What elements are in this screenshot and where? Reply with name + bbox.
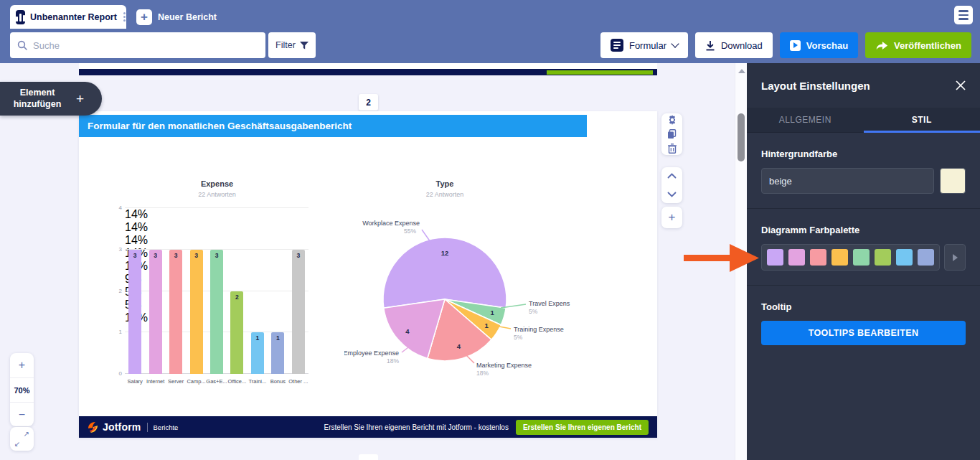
bar[interactable]: 3 [169,250,182,374]
move-down-icon[interactable] [661,187,682,202]
bar[interactable]: 1 [271,332,284,374]
add-element-button[interactable]: Element hinzufügen + [0,82,102,116]
plus-icon: + [76,91,84,107]
footer-cta-button[interactable]: Erstellen Sie Ihren eigenen Bericht [516,420,649,435]
bar-value-label: 3 [292,252,305,259]
y-axis-tick: 0 [109,370,122,377]
tab-neuer-bericht[interactable]: + Neuer Bericht [136,7,217,27]
add-element-label: Element hinzufügen [0,88,75,110]
duplicate-icon[interactable] [661,128,682,140]
bar[interactable]: 2 [230,291,243,375]
palette-swatch[interactable] [767,249,783,266]
publish-label: Veröffentlichen [894,40,961,51]
tab-unbenannter-report[interactable]: Unbenannter Report [10,5,126,29]
x-axis-label: Other ... [286,378,311,385]
report-canvas: 2 Formular für den monatlichen Geschäfts… [0,63,747,460]
bar[interactable]: 1 [251,332,264,374]
bar-value-label: 3 [169,252,182,259]
element-toolbar [661,113,682,155]
palette-swatch[interactable] [831,249,848,266]
zoom-level: 70% [10,377,34,402]
y-axis-tick: 3 [109,246,122,253]
pie-value-label: 1 [484,321,489,329]
tab-allgemein[interactable]: ALLGEMEIN [747,108,864,132]
add-element-plus-icon[interactable]: + [661,210,682,225]
bar[interactable]: 3 [292,250,305,374]
zoom-out-button[interactable]: − [10,402,34,426]
y-axis-tick: 4 [109,205,122,211]
divider [747,208,980,209]
palette-swatch[interactable] [918,249,934,266]
bar-percent-label: 14% [125,208,308,221]
annotation-arrow [684,243,761,273]
pie-slice[interactable] [383,238,507,308]
pie-value-label: 12 [441,249,449,257]
search-icon [17,40,27,50]
trash-icon[interactable] [661,143,682,155]
form-icon [611,39,623,52]
pie-slice-label: Training Expense [514,326,564,333]
tab-stil[interactable]: STIL [864,108,980,132]
pie-percent-label: 5% [529,308,538,315]
bar-percent-label: 14% [125,221,308,234]
menu-hamburger-icon[interactable] [954,6,973,24]
palette-swatch[interactable] [810,249,826,266]
pie-value-label: 1 [491,309,495,316]
pie-chart[interactable]: Type 22 Antworten 12Workplace Expense55%… [344,179,646,427]
palette-swatch[interactable] [896,249,913,266]
filter-label: Filter [275,40,296,50]
pie-slice-label: Employee Expense [344,349,399,357]
bar[interactable]: 3 [128,250,141,374]
palette-swatch[interactable] [788,249,805,266]
report-page[interactable]: Formular für den monatlichen Geschäftsau… [79,111,657,438]
scroll-up-arrow-icon[interactable] [738,69,745,73]
palette-label: Diagramm Farbpalette [761,225,966,235]
filter-button[interactable]: Filter [268,32,316,58]
form-select[interactable]: Formular [600,32,688,58]
chart-color-palette[interactable] [761,244,940,271]
palette-swatch[interactable] [853,249,870,266]
bar[interactable]: 3 [190,250,203,374]
pie-slice-label: Marketing Expense [476,362,532,369]
previous-page-bottom [79,63,657,69]
background-color-swatch[interactable] [940,168,966,194]
bar[interactable]: 3 [210,250,223,374]
settings-gear-icon[interactable] [661,113,682,126]
bar-chart[interactable]: Expense 22 Antworten 01234314%314%314%31… [108,179,326,388]
move-up-icon[interactable] [661,169,682,183]
page-title-bar[interactable]: Formular für den monatlichen Geschäftsau… [79,115,587,137]
report-page-footer: Jotform Berichte Erstellen Sie Ihren eig… [79,416,657,438]
previous-page-footer-bar [79,69,657,75]
bar-value-label: 3 [190,252,203,259]
top-header: Unbenannter Report + Neuer Bericht Filte… [0,0,980,63]
bar-chart-plot: 01234314%314%314%314%314%29%15%15%314% [125,208,308,374]
search-input[interactable] [33,40,258,51]
fullscreen-button[interactable]: ↗ ↙ [10,427,34,451]
pie-percent-label: 5% [514,334,523,341]
bar-chart-x-labels: SalaryInternetServerCamp...Gas+E...Offic… [125,378,308,388]
edit-tooltips-button[interactable]: TOOLTIPS BEARBEITEN [761,321,966,345]
background-color-input[interactable]: beige [761,168,934,194]
scrollbar-thumb[interactable] [738,113,745,161]
add-toolbar: + [661,207,682,228]
palette-next-button[interactable] [944,244,966,271]
download-button[interactable]: Download [695,32,773,58]
zoom-in-button[interactable]: + [10,353,34,377]
bar-value-label: 3 [149,252,162,259]
previous-page-footer-cta [547,70,653,75]
close-icon[interactable] [956,80,966,90]
publish-button[interactable]: Veröffentlichen [865,32,971,58]
preview-button[interactable]: Vorschau [780,32,858,58]
bar-chart-subtitle: 22 Antworten [108,191,326,198]
chevron-down-icon [671,39,679,47]
palette-swatch[interactable] [875,249,891,266]
arrow-right-icon [953,254,958,261]
report-icon [16,10,25,24]
tab-menu-dots-icon[interactable] [123,12,126,22]
panel-title: Layout Einstellungen [761,80,956,92]
bar-value-label: 3 [128,252,141,259]
download-label: Download [721,40,763,51]
footer-promo-text: Erstellen Sie Ihren eigenen Bericht mit … [324,423,509,431]
bar[interactable]: 3 [149,250,162,374]
bar-percent-label: 14% [125,234,308,247]
